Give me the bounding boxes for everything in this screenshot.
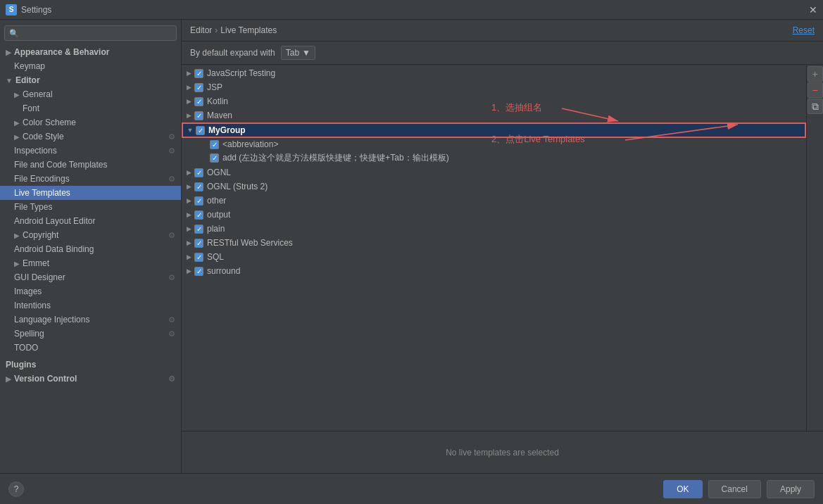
sidebar-item-label: TODO [14,343,38,353]
breadcrumb-editor: Editor [190,25,212,35]
expand-arrow-icon: ▶ [6,49,11,56]
gear-icon: ⚙ [168,175,175,184]
checkbox-plain[interactable]: ✓ [194,225,203,234]
checkbox-ognl-struts[interactable]: ✓ [194,182,203,191]
checkbox-surround[interactable]: ✓ [194,267,203,276]
sidebar-item-file-encodings[interactable]: File Encodings ⚙ [0,172,181,186]
sidebar-item-file-types[interactable]: File Types [0,200,181,214]
search-input[interactable] [22,28,172,38]
expand-arrow-icon: ▶ [14,133,20,141]
template-group-ognl[interactable]: ▶ ✓ OGNL [182,165,806,179]
checkbox-js-testing[interactable]: ✓ [194,69,203,78]
gear-icon: ⚙ [168,329,175,339]
template-group-mygroup[interactable]: ▼ ✓ MyGroup [182,122,806,138]
template-label: add (左边这个就是方法模版快捷键；快捷键+Tab：输出模板) [222,152,449,164]
template-group-plain[interactable]: ▶ ✓ plain [182,222,806,236]
template-group-js-testing[interactable]: ▶ ✓ JavaScript Testing [182,66,806,80]
collapse-arrow-icon: ▶ [184,239,193,247]
sidebar-item-code-style[interactable]: ▶ Code Style ⚙ [0,130,181,144]
search-box[interactable]: 🔍 [4,25,177,41]
sidebar-item-copyright[interactable]: ▶ Copyright ⚙ [0,228,181,242]
checkbox-jsp[interactable]: ✓ [194,83,203,92]
sidebar-item-label: Copyright [23,230,58,240]
sidebar-item-label: Font [23,103,39,113]
sidebar-item-intentions[interactable]: Intentions [0,298,181,313]
template-group-surround[interactable]: ▶ ✓ surround [182,264,806,278]
panel-toolbar: By default expand with Tab ▼ [182,42,823,65]
expand-dropdown[interactable]: Tab ▼ [281,46,315,60]
sidebar-item-todo[interactable]: TODO [0,341,181,355]
sidebar-item-color-scheme[interactable]: ▶ Color Scheme [0,115,181,130]
sidebar-item-label: GUI Designer [14,272,65,282]
add-button[interactable]: + [808,66,823,82]
close-button[interactable]: ✕ [809,4,817,15]
search-icon: 🔍 [9,29,19,38]
template-group-maven[interactable]: ▶ ✓ Maven [182,108,806,122]
group-label: JavaScript Testing [207,68,275,78]
collapse-arrow-icon: ▶ [184,225,193,233]
settings-dialog: S Settings ✕ 🔍 ▶ Appearance & Behavior K… [0,0,823,504]
cancel-button[interactable]: Cancel [708,480,761,498]
copy-button[interactable]: ⧉ [808,99,823,114]
sidebar-item-android-layout-editor[interactable]: Android Layout Editor [0,214,181,228]
checkbox-output[interactable]: ✓ [194,210,203,220]
panel-header: Editor › Live Templates Reset [182,20,823,42]
checkbox-restful[interactable]: ✓ [194,239,203,248]
sidebar-item-version-control[interactable]: ▶ Version Control ⚙ [0,372,181,386]
expand-arrow-icon: ▶ [14,91,20,99]
sidebar-item-label: Keymap [14,61,45,71]
template-row-abbreviation[interactable]: ✓ <abbreviation> [182,138,806,151]
title-bar: S Settings ✕ [0,0,823,20]
apply-button[interactable]: Apply [767,480,815,498]
sidebar-item-appearance[interactable]: ▶ Appearance & Behavior [0,45,181,59]
reset-link[interactable]: Reset [793,25,815,35]
checkbox-abbreviation[interactable]: ✓ [210,140,219,149]
templates-area: ▶ ✓ JavaScript Testing ▶ ✓ JSP [182,65,823,431]
expand-arrow-icon: ▶ [14,119,20,127]
checkbox-ognl[interactable]: ✓ [194,168,203,177]
dialog-footer: ? OK Cancel Apply [0,473,823,504]
template-group-restful[interactable]: ▶ ✓ RESTful Web Services [182,236,806,250]
sidebar-item-spelling[interactable]: Spelling ⚙ [0,327,181,341]
sidebar-item-language-injections[interactable]: Language Injections ⚙ [0,313,181,327]
sidebar-item-images[interactable]: Images [0,284,181,298]
group-label: surround [207,266,240,276]
dialog-title: Settings [21,5,51,15]
ok-button[interactable]: OK [663,480,702,498]
sidebar-item-android-data-binding[interactable]: Android Data Binding [0,242,181,256]
sidebar-item-label: Inspections [14,146,57,156]
sidebar-item-label: File Types [14,202,52,212]
sidebar-item-file-and-code-templates[interactable]: File and Code Templates [0,158,181,172]
template-group-sql[interactable]: ▶ ✓ SQL [182,250,806,264]
template-group-kotlin[interactable]: ▶ ✓ Kotlin [182,94,806,108]
sidebar-item-plugins[interactable]: Plugins [0,358,181,372]
remove-button[interactable]: − [808,82,823,98]
help-button[interactable]: ? [8,481,24,497]
group-label: JSP [207,82,222,92]
template-row-add[interactable]: ✓ add (左边这个就是方法模版快捷键；快捷键+Tab：输出模板) [182,151,806,165]
sidebar-item-emmet[interactable]: ▶ Emmet [0,256,181,270]
dialog-body: 🔍 ▶ Appearance & Behavior Keymap ▼ Edito… [0,20,823,504]
bottom-section: No live templates are selected [182,431,823,473]
collapse-arrow-icon: ▼ [186,126,194,134]
sidebar-item-editor[interactable]: ▼ Editor [0,73,181,87]
checkbox-other[interactable]: ✓ [194,196,203,206]
collapse-arrow-icon: ▶ [184,97,193,106]
checkbox-add[interactable]: ✓ [210,153,219,163]
checkbox-maven[interactable]: ✓ [194,111,203,120]
sidebar-item-general[interactable]: ▶ General [0,87,181,101]
template-group-output[interactable]: ▶ ✓ output [182,208,806,222]
gear-icon: ⚙ [168,231,175,240]
sidebar-item-live-templates[interactable]: Live Templates [0,186,181,200]
sidebar-item-gui-designer[interactable]: GUI Designer ⚙ [0,270,181,284]
template-group-ognl-struts[interactable]: ▶ ✓ OGNL (Struts 2) [182,179,806,194]
checkbox-kotlin[interactable]: ✓ [194,97,203,106]
template-group-jsp[interactable]: ▶ ✓ JSP [182,80,806,94]
sidebar-item-label: Emmet [23,258,49,268]
sidebar-item-keymap[interactable]: Keymap [0,59,181,73]
checkbox-mygroup[interactable]: ✓ [196,126,205,135]
checkbox-sql[interactable]: ✓ [194,253,203,262]
sidebar-item-inspections[interactable]: Inspections ⚙ [0,144,181,158]
sidebar-item-font[interactable]: Font [0,101,181,115]
template-group-other[interactable]: ▶ ✓ other [182,194,806,208]
